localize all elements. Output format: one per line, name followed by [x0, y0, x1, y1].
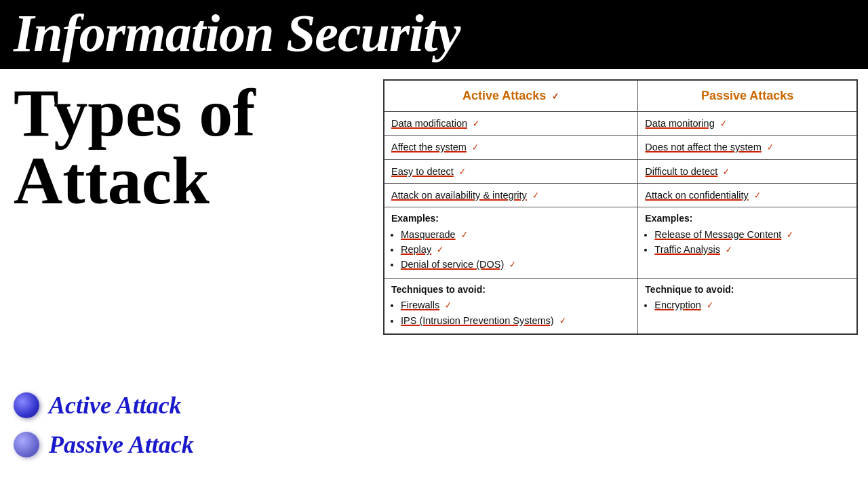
passive-examples-cell: Examples: Release of Message Content ✓ T… [638, 207, 857, 278]
list-item: Release of Message Content ✓ [654, 228, 850, 241]
table-row: Easy to detect ✓ Difficult to detect ✓ [384, 159, 857, 183]
main-title: Information Security [14, 5, 854, 61]
list-item: Masquerade ✓ [401, 228, 631, 241]
active-row2: Affect the system ✓ [384, 136, 638, 159]
left-section: Types ofAttack Active Attack Passive Att… [0, 69, 380, 479]
passive-row1: Data monitoring ✓ [638, 112, 857, 136]
list-item: Traffic Analysis ✓ [654, 243, 850, 256]
active-examples-cell: Examples: Masquerade ✓ Replay ✓ [384, 207, 638, 278]
list-item: Firewalls ✓ [401, 298, 631, 312]
list-item: Replay ✓ [401, 243, 631, 256]
list-item: Encryption ✓ [654, 298, 850, 312]
examples-row: Examples: Masquerade ✓ Replay ✓ [384, 207, 857, 278]
types-title: Types ofAttack [14, 79, 366, 215]
active-attack-sphere [14, 392, 39, 418]
active-row1: Data modification ✓ [384, 112, 638, 136]
table-row: Attack on availability & integrity ✓ Att… [384, 183, 857, 207]
passive-attack-label: Passive Attack [49, 430, 194, 459]
active-techniques-cell: Techniques to avoid: Firewalls ✓ IPS (In… [384, 278, 638, 334]
main-content: Types ofAttack Active Attack Passive Att… [0, 69, 868, 479]
active-attack-item: Active Attack [14, 391, 366, 420]
passive-row2: Does not affect the system ✓ [638, 136, 857, 159]
passive-attack-item: Passive Attack [14, 430, 366, 459]
table-header-row: Active Attacks ✓ Passive Attacks [384, 80, 857, 112]
techniques-row: Techniques to avoid: Firewalls ✓ IPS (In… [384, 278, 857, 334]
active-attack-label: Active Attack [49, 391, 182, 420]
active-attacks-header: Active Attacks ✓ [384, 80, 638, 112]
passive-attacks-header: Passive Attacks [638, 80, 857, 112]
active-row3: Easy to detect ✓ [384, 159, 638, 183]
header-bar: Information Security [0, 0, 868, 69]
table-row: Affect the system ✓ Does not affect the … [384, 136, 857, 159]
comparison-table: Active Attacks ✓ Passive Attacks Data mo… [383, 79, 858, 335]
list-item: IPS (Intrusion Prevention Systems) ✓ [401, 314, 631, 327]
right-section: Active Attacks ✓ Passive Attacks Data mo… [380, 69, 868, 479]
list-item: Denial of service (DOS) ✓ [401, 258, 631, 271]
passive-row3: Difficult to detect ✓ [638, 159, 857, 183]
table-row: Data modification ✓ Data monitoring ✓ [384, 112, 857, 136]
attack-list: Active Attack Passive Attack [14, 391, 366, 459]
passive-techniques-cell: Technique to avoid: Encryption ✓ [638, 278, 857, 334]
passive-row4: Attack on confidentiality ✓ [638, 183, 857, 207]
active-row4: Attack on availability & integrity ✓ [384, 183, 638, 207]
passive-attack-sphere [14, 432, 39, 458]
